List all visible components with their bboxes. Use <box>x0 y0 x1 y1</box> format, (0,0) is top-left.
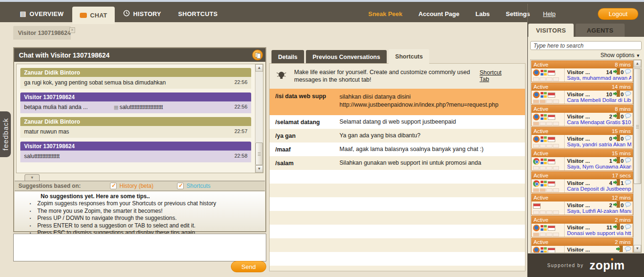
tab-details[interactable]: Details <box>271 50 304 64</box>
visitor-time: 8 mins <box>615 106 631 112</box>
chat-scrollbar[interactable]: ▲ ▼ <box>255 64 263 173</box>
visitor-status: Active <box>534 195 548 201</box>
page-views-icon <box>613 201 620 209</box>
indonesia-flag-icon <box>548 92 555 98</box>
scroll-down-icon[interactable]: ▼ <box>634 245 641 252</box>
shortcut-tab-link[interactable]: Shortcut Tab <box>480 69 511 83</box>
chat-session-tab[interactable]: Visitor 1307198624 <box>13 26 71 40</box>
visitor-time: 17 secs <box>612 173 631 178</box>
copy-transcript-icon[interactable] <box>252 50 263 60</box>
show-options-arrow-icon: ▼ <box>636 53 640 58</box>
shortcut-row[interactable]: /salam Silahkan gunakan web support ini … <box>270 156 525 170</box>
visitor-message-link[interactable]: Cara Membeli Dollar di Liberty... <box>567 97 631 103</box>
message-text: salutttttttttttttttt <box>24 153 230 159</box>
visit-depth-cells <box>533 122 563 126</box>
details-panel-tabs: Details Previous Conversations Shortcuts <box>271 49 429 64</box>
close-chat-tab-icon[interactable]: × <box>69 27 75 33</box>
visitor-status: Active <box>534 217 548 223</box>
visitor-scrollbar-thumb[interactable] <box>634 68 641 184</box>
zopim-logo: zopım <box>589 259 625 272</box>
sneak-peek-link[interactable]: Sneak Peek <box>368 10 402 17</box>
tip-item: Press UP / DOWN to navigate through the … <box>29 215 265 222</box>
help-link[interactable]: Help <box>543 10 556 17</box>
chat-panel-header: Chat with Visitor 1307198624 <box>14 48 265 62</box>
zopim-logo-dot <box>611 258 613 260</box>
firefox-browser-icon <box>533 247 540 253</box>
chat-count-icon <box>625 69 631 76</box>
search-input[interactable] <box>530 41 642 50</box>
message-time: 22:56 <box>234 104 247 109</box>
tab-chat[interactable]: CHAT <box>72 7 115 24</box>
tab-history[interactable]: HISTORY <box>115 4 169 24</box>
indonesia-flag-icon <box>533 203 541 209</box>
visitor-list-item[interactable]: Active 15 mins Visitor ... 0 <box>531 127 633 149</box>
history-checkbox[interactable]: ✓ <box>110 183 117 189</box>
visitor-message-link[interactable]: Saya, Nym Gunawna Akan M... <box>567 164 631 170</box>
visitor-list-scrollbar[interactable]: ▲ ▼ <box>633 60 641 252</box>
chat-count: 0 <box>621 202 624 208</box>
visitor-message-link[interactable]: Cara Mendapat Gratis $10 di ... <box>567 119 631 126</box>
visitor-list-item[interactable]: Active 8 mins Visitor ... 14 <box>531 60 633 82</box>
send-button[interactable]: Send <box>231 261 266 272</box>
tips-title: No suggestions yet. Here are some tips.. <box>41 193 265 200</box>
visitor-list-item[interactable]: Active 2 mins Visitor ... <box>531 238 633 253</box>
chat-session-tab-label: Visitor 1307198624 <box>18 30 71 36</box>
account-page-link[interactable]: Account Page <box>418 10 459 17</box>
history-checkbox-label[interactable]: History (beta) <box>119 183 153 189</box>
visitor-list-item[interactable]: Active 12 mins Visitor ... 2 <box>531 193 633 215</box>
visitor-list-item[interactable]: Active 17 secs Visitor ... 4 <box>531 171 633 193</box>
shortcuts-checkbox[interactable]: ✓ <box>177 183 184 189</box>
visitor-message-link[interactable]: Donasi web support via http:/... <box>567 230 631 236</box>
firefox-browser-icon <box>533 225 540 231</box>
visitor-name: Visitor ... <box>567 114 608 119</box>
visitor-message-link[interactable]: Cara Deposit di Justbeenpaid... <box>567 186 631 192</box>
message-input[interactable] <box>13 234 266 261</box>
visitor-list-item[interactable]: Active 14 mins Visitor ... 10 <box>531 83 633 104</box>
tip-item: Zopim suggests responses from your Short… <box>29 200 265 208</box>
indonesia-flag-icon <box>548 248 555 253</box>
settings-link[interactable]: Settings <box>506 10 530 17</box>
visitor-time: 12 mins <box>612 195 631 201</box>
scroll-up-icon[interactable]: ▲ <box>634 60 641 67</box>
shortcut-row[interactable]: /ya gan Ya gan ada yang bisa dibantu? <box>270 129 525 143</box>
tips-list: Zopim suggests responses from your Short… <box>15 200 265 237</box>
labs-link[interactable]: Labs <box>475 10 490 17</box>
visitor-message-link[interactable] <box>567 252 631 253</box>
visitor-list-item[interactable]: Active 2 mins Visitor ... 11 <box>531 216 633 237</box>
scroll-down-icon[interactable]: ▼ <box>255 165 263 173</box>
chat-panel: Chat with Visitor 1307198624 Zanuar Didi… <box>13 47 266 232</box>
visitor-status: Active <box>534 106 548 112</box>
visitor-message-link[interactable]: Saya, yandri satria Akan Me... <box>567 142 631 148</box>
shortcut-row-empty <box>270 238 525 252</box>
checkbox-check-icon: ✓ <box>111 182 116 189</box>
shortcut-row[interactable]: /selamat datang Selamat datang di web su… <box>270 115 525 129</box>
chat-scrollbar-thumb[interactable] <box>255 143 263 165</box>
visitor-message-link[interactable]: Saya, muhammad arwan Aka... <box>567 75 631 81</box>
show-options[interactable]: Show options ▼ <box>528 52 640 59</box>
tab-previous-conversations[interactable]: Previous Conversations <box>306 50 387 64</box>
logout-button[interactable]: Logout <box>598 8 638 20</box>
message-time: 22:58 <box>234 153 247 159</box>
shortcut-row[interactable]: /maaf Maaf, agak lama balasnya soalnya b… <box>270 143 525 156</box>
firefox-browser-icon <box>533 69 540 76</box>
visitor-message-link[interactable]: Saya, Luthfi Al-zakan Manasi... <box>567 208 631 214</box>
tab-chat-label: CHAT <box>90 12 107 19</box>
firefox-browser-icon <box>533 92 540 98</box>
tab-agents[interactable]: AGENTS <box>576 24 625 37</box>
visitor-list-item[interactable]: Active 8 mins Visitor ... 2 <box>531 105 633 126</box>
shortcut-row-empty <box>270 252 525 266</box>
windows-os-icon <box>541 70 547 76</box>
message-author: Visitor 1307198624 <box>20 142 251 151</box>
shortcut-row-empty <box>270 211 525 225</box>
tab-visitors[interactable]: VISITORS <box>528 24 574 37</box>
shortcut-row[interactable]: /isi data web supp silahkan diisi datany… <box>270 89 525 115</box>
shortcuts-checkbox-label[interactable]: Shortcuts <box>186 183 211 189</box>
suggestions-toggle[interactable]: ▼ <box>25 174 40 181</box>
visitor-list-item[interactable]: Active 15 mins Visitor ... 1 <box>531 149 633 171</box>
feedback-side-tab[interactable]: feedback <box>0 111 11 157</box>
chat-count: 0 <box>621 69 624 75</box>
tab-shortcuts[interactable]: SHORTCUTS <box>169 4 226 24</box>
tab-shortcuts-panel[interactable]: Shortcuts <box>389 49 429 64</box>
scroll-up-icon[interactable]: ▲ <box>255 64 263 72</box>
tab-overview[interactable]: ▤ OVERVIEW <box>11 4 72 24</box>
